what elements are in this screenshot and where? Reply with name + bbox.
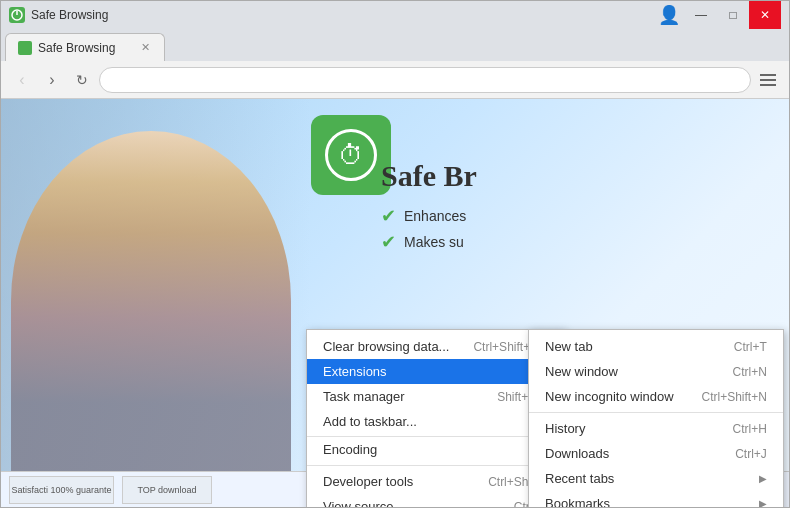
active-tab[interactable]: Safe Browsing ✕ xyxy=(5,33,165,61)
feature-item-1: ✔ Enhances xyxy=(381,205,477,227)
logo-timer-icon: ⏱ xyxy=(325,129,377,181)
menu-item-history[interactable]: History Ctrl+H xyxy=(529,416,783,441)
browser-window: Safe Browsing 👤 — □ ✕ Safe Browsing ✕ ‹ … xyxy=(0,0,790,508)
user-icon-btn[interactable]: 👤 xyxy=(653,1,685,29)
browser-favicon xyxy=(9,7,25,23)
divider-dev xyxy=(307,465,564,466)
minimize-btn[interactable]: — xyxy=(685,1,717,29)
menu-item-bookmarks[interactable]: Bookmarks ▶ xyxy=(529,491,783,507)
divider-1 xyxy=(529,412,783,413)
hamburger-line-3 xyxy=(760,84,776,86)
tab-close-icon[interactable]: ✕ xyxy=(138,41,152,55)
menu-item-add-taskbar[interactable]: Add to taskbar... xyxy=(307,409,564,434)
tab-bar: Safe Browsing ✕ xyxy=(1,29,789,61)
menu-item-dev-tools[interactable]: Developer tools Ctrl+Shift+I xyxy=(307,469,564,494)
feature-text-2: Makes su xyxy=(404,234,464,250)
menu-item-downloads[interactable]: Downloads Ctrl+J xyxy=(529,441,783,466)
menu-item-extensions[interactable]: Extensions xyxy=(307,359,564,384)
main-chrome-menu: New tab Ctrl+T New window Ctrl+N New inc… xyxy=(528,329,784,507)
check-icon-2: ✔ xyxy=(381,231,396,253)
check-icon-1: ✔ xyxy=(381,205,396,227)
menu-item-new-tab[interactable]: New tab Ctrl+T xyxy=(529,334,783,359)
browser-title: Safe Browsing xyxy=(31,8,108,22)
menu-button[interactable] xyxy=(755,67,781,93)
menu-item-new-window[interactable]: New window Ctrl+N xyxy=(529,359,783,384)
menu-item-encoding[interactable]: Encoding ▶ xyxy=(307,436,564,462)
menu-item-view-source[interactable]: View source Ctrl+U xyxy=(307,494,564,507)
menu-item-recent-tabs[interactable]: Recent tabs ▶ xyxy=(529,466,783,491)
site-logo: ⏱ xyxy=(311,115,391,195)
menu-item-clear-browsing[interactable]: Clear browsing data... Ctrl+Shift+Del xyxy=(307,334,564,359)
feature-text-1: Enhances xyxy=(404,208,466,224)
tab-title: Safe Browsing xyxy=(38,41,115,55)
menu-item-incognito[interactable]: New incognito window Ctrl+Shift+N xyxy=(529,384,783,409)
back-button[interactable]: ‹ xyxy=(9,67,35,93)
woman-image xyxy=(1,99,311,471)
tab-favicon xyxy=(18,41,32,55)
close-btn[interactable]: ✕ xyxy=(749,1,781,29)
woman-figure xyxy=(11,131,291,471)
forward-button[interactable]: › xyxy=(39,67,65,93)
site-title: Safe Br xyxy=(381,159,477,193)
title-bar: Safe Browsing 👤 — □ ✕ xyxy=(1,1,789,29)
hamburger-line-1 xyxy=(760,74,776,76)
menu-item-task-manager[interactable]: Task manager Shift+Esc xyxy=(307,384,564,409)
nav-bar: ‹ › ↻ xyxy=(1,61,789,99)
maximize-btn[interactable]: □ xyxy=(717,1,749,29)
feature-item-2: ✔ Makes su xyxy=(381,231,477,253)
refresh-button[interactable]: ↻ xyxy=(69,67,95,93)
address-bar[interactable] xyxy=(99,67,751,93)
context-menu-more-tools: Clear browsing data... Ctrl+Shift+Del Ex… xyxy=(306,329,565,507)
site-header: ⏱ xyxy=(311,115,391,195)
window-controls: 👤 — □ ✕ xyxy=(653,1,781,29)
hamburger-line-2 xyxy=(760,79,776,81)
site-title-area: Safe Br ✔ Enhances ✔ Makes su xyxy=(381,159,477,253)
features-list: ✔ Enhances ✔ Makes su xyxy=(381,205,477,253)
page-content: ⏱ Safe Br ✔ Enhances ✔ Makes su Satisfac… xyxy=(1,99,789,507)
thumbnail-2: TOP download xyxy=(122,476,212,504)
thumbnail-1: Satisfacti 100% guarante xyxy=(9,476,114,504)
